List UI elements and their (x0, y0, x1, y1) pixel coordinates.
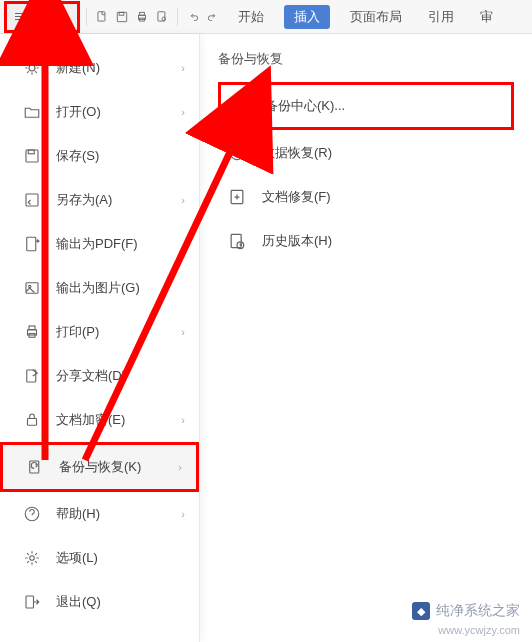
svg-point-22 (30, 556, 35, 561)
svg-rect-19 (28, 419, 37, 426)
chevron-down-icon: ⌄ (61, 12, 69, 22)
menu-label: 选项(L) (56, 549, 98, 567)
svg-rect-2 (119, 12, 124, 15)
toolbar: 文件 ⌄ 开始 插入 页面布局 引用 审 (0, 0, 532, 34)
submenu-label: 文档修复(F) (262, 188, 331, 206)
preview-icon[interactable] (153, 8, 171, 26)
submenu-panel: 备份与恢复 备份中心(K)... 数据恢复(R) 文档修复(F) 历史版本(H) (200, 34, 532, 642)
menu-item-encrypt[interactable]: 文档加密(E) › (0, 398, 199, 442)
menu-label: 新建(N) (56, 59, 100, 77)
share-icon (22, 366, 42, 386)
file-label: 文件 (31, 8, 57, 26)
menu-label: 文档加密(E) (56, 411, 125, 429)
menu-item-exit[interactable]: 退出(Q) (0, 580, 199, 624)
options-icon (22, 548, 42, 568)
hamburger-icon (15, 13, 27, 20)
print-icon[interactable] (133, 8, 151, 26)
submenu-history[interactable]: 历史版本(H) (218, 220, 514, 262)
menu-label: 分享文档(D) (56, 367, 126, 385)
svg-rect-25 (236, 102, 239, 105)
chevron-right-icon: › (181, 194, 185, 206)
tab-reference[interactable]: 引用 (422, 4, 460, 30)
submenu-label: 备份中心(K)... (265, 97, 345, 115)
chevron-right-icon: › (181, 106, 185, 118)
repair-icon (226, 186, 248, 208)
backup-icon (25, 457, 45, 477)
svg-rect-23 (26, 596, 34, 608)
save-icon[interactable] (113, 8, 131, 26)
menu-item-new[interactable]: 新建(N) › (0, 46, 199, 90)
svg-rect-11 (26, 194, 38, 206)
history-icon (226, 230, 248, 252)
menu-label: 输出为图片(G) (56, 279, 140, 297)
menu-item-backup[interactable]: 备份与恢复(K) › (0, 442, 199, 492)
chevron-right-icon: › (181, 508, 185, 520)
file-menu: 新建(N) › 打开(O) › 保存(S) 另存为(A) › 输出为PDF(F)… (0, 34, 200, 642)
menu-item-options[interactable]: 选项(L) (0, 536, 199, 580)
submenu-label: 数据恢复(R) (262, 144, 332, 162)
submenu-title: 备份与恢复 (218, 50, 514, 68)
menu-item-image[interactable]: 输出为图片(G) (0, 266, 199, 310)
tab-insert[interactable]: 插入 (284, 5, 330, 29)
tab-pagelayout[interactable]: 页面布局 (344, 4, 408, 30)
menu-item-share[interactable]: 分享文档(D) (0, 354, 199, 398)
image-icon (22, 278, 42, 298)
watermark: ◆ 纯净系统之家 (412, 602, 520, 620)
new-icon (22, 58, 42, 78)
svg-point-8 (29, 65, 35, 71)
menu-label: 备份与恢复(K) (59, 458, 141, 476)
svg-rect-12 (27, 237, 36, 251)
menu-label: 保存(S) (56, 147, 99, 165)
submenu-repair[interactable]: 文档修复(F) (218, 176, 514, 218)
submenu-label: 历史版本(H) (262, 232, 332, 250)
chevron-right-icon: › (181, 414, 185, 426)
new-file-icon[interactable] (93, 8, 111, 26)
menu-label: 输出为PDF(F) (56, 235, 138, 253)
menu-item-help[interactable]: 帮助(H) › (0, 492, 199, 536)
menu-label: 打开(O) (56, 103, 101, 121)
menu-label: 打印(P) (56, 323, 99, 341)
save-icon (22, 146, 42, 166)
submenu-recover[interactable]: 数据恢复(R) (218, 132, 514, 174)
toolbar-divider (177, 8, 178, 26)
svg-rect-6 (158, 11, 165, 20)
chevron-right-icon: › (181, 326, 185, 338)
menu-item-saveas[interactable]: 另存为(A) › (0, 178, 199, 222)
watermark-url: www.ycwjzy.com (438, 624, 520, 636)
tab-start[interactable]: 开始 (232, 4, 270, 30)
backup-center-icon (229, 95, 251, 117)
ribbon-tabs: 开始 插入 页面布局 引用 审 (232, 4, 499, 30)
menu-area: 新建(N) › 打开(O) › 保存(S) 另存为(A) › 输出为PDF(F)… (0, 34, 532, 642)
tab-review[interactable]: 审 (474, 4, 499, 30)
svg-rect-10 (28, 150, 34, 154)
menu-item-save[interactable]: 保存(S) (0, 134, 199, 178)
menu-item-open[interactable]: 打开(O) › (0, 90, 199, 134)
menu-label: 帮助(H) (56, 505, 100, 523)
undo-icon[interactable] (184, 8, 202, 26)
open-icon (22, 102, 42, 122)
print-icon (22, 322, 42, 342)
menu-item-print[interactable]: 打印(P) › (0, 310, 199, 354)
recover-icon (226, 142, 248, 164)
watermark-icon: ◆ (412, 602, 430, 620)
chevron-right-icon: › (178, 461, 182, 473)
toolbar-divider (86, 8, 87, 26)
svg-rect-0 (98, 11, 105, 20)
svg-rect-13 (26, 283, 38, 294)
saveas-icon (22, 190, 42, 210)
help-icon (22, 504, 42, 524)
svg-rect-4 (140, 12, 145, 15)
exit-icon (22, 592, 42, 612)
menu-label: 另存为(A) (56, 191, 112, 209)
menu-item-pdf[interactable]: 输出为PDF(F) (0, 222, 199, 266)
watermark-text: 纯净系统之家 (436, 602, 520, 620)
file-menu-button[interactable]: 文件 ⌄ (4, 1, 80, 33)
chevron-right-icon: › (181, 62, 185, 74)
submenu-backup-center[interactable]: 备份中心(K)... (218, 82, 514, 130)
pdf-icon (22, 234, 42, 254)
svg-rect-18 (27, 370, 36, 382)
encrypt-icon (22, 410, 42, 430)
redo-icon[interactable] (204, 8, 222, 26)
svg-rect-16 (29, 326, 35, 330)
menu-label: 退出(Q) (56, 593, 101, 611)
